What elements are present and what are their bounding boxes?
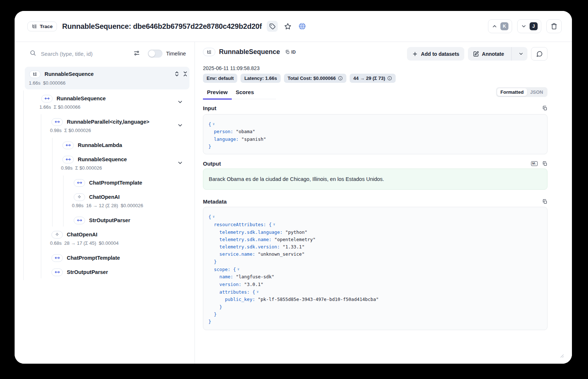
copy-icon[interactable] xyxy=(542,105,547,111)
copy-icon[interactable] xyxy=(542,199,547,204)
trace-type-badge: Trace xyxy=(27,22,57,31)
chevron-down-icon[interactable] xyxy=(177,122,183,129)
format-option-formatted[interactable]: Formatted xyxy=(497,88,527,96)
tab-scores[interactable]: Scores xyxy=(232,88,258,100)
tree-row-label: StrOutputParser xyxy=(89,217,130,223)
plus-icon xyxy=(412,51,418,57)
copy-id-button[interactable]: ID xyxy=(285,50,296,55)
move-horizontal-icon xyxy=(41,95,53,103)
move-horizontal-icon xyxy=(74,179,85,187)
json-ws xyxy=(208,222,214,227)
previous-trace-button[interactable]: K xyxy=(488,19,512,33)
fold-all-icon[interactable] xyxy=(182,71,188,77)
tree-row-label: RunnableSequence xyxy=(57,96,106,101)
add-to-datasets-button[interactable]: Add to datasets xyxy=(407,47,464,61)
detail-tabs: Preview Scores xyxy=(203,88,276,99)
delete-trace-button[interactable] xyxy=(546,19,562,33)
info-icon[interactable] xyxy=(338,76,343,81)
env-badge: Env: default xyxy=(203,74,237,83)
tab-preview[interactable]: Preview xyxy=(203,88,232,100)
tree-row[interactable]: RunnableSequence xyxy=(29,70,94,78)
metadata-section-label: Metadata xyxy=(203,198,227,205)
list-tree-icon xyxy=(29,70,41,78)
tree-row[interactable]: ChatPromptTemplate xyxy=(74,178,142,187)
json-colon: : xyxy=(264,222,269,227)
tree-row[interactable]: RunnableSequence xyxy=(41,94,106,103)
search-input[interactable] xyxy=(41,51,128,57)
input-json-viewer: {∨ person: "obama" language: "spanish"} xyxy=(203,114,547,154)
star-icon[interactable] xyxy=(283,22,292,31)
json-colon: : xyxy=(239,282,244,287)
observation-title: RunnableSequence xyxy=(219,48,280,56)
collapse-chevron-icon[interactable]: ∨ xyxy=(237,267,239,271)
collapse-chevron-icon[interactable]: ∨ xyxy=(213,214,215,218)
annotate-dropdown-button[interactable] xyxy=(515,47,527,61)
edit-icon xyxy=(473,51,479,57)
json-str: "langfuse-sdk" xyxy=(236,274,274,279)
json-ws xyxy=(208,304,219,310)
resize-handle[interactable] xyxy=(560,353,564,359)
json-str: "opentelemetry" xyxy=(274,237,316,242)
unfold-all-icon[interactable] xyxy=(174,71,180,77)
json-key: service.name xyxy=(219,251,252,257)
tree-row-stats: 1.66s Σ $0.000066 xyxy=(39,104,80,110)
collapse-chevron-icon[interactable]: ∨ xyxy=(213,122,215,126)
json-key: attributes xyxy=(219,289,247,295)
timeline-toggle[interactable] xyxy=(148,50,162,58)
collapse-chevron-icon[interactable]: ∨ xyxy=(257,290,259,294)
move-horizontal-icon xyxy=(62,142,74,149)
tree-row-selected[interactable]: RunnableSequence 1.66s $0.000066 xyxy=(25,67,189,89)
tree-row-label: ChatOpenAI xyxy=(89,194,120,200)
comments-button[interactable] xyxy=(531,47,547,61)
format-option-json[interactable]: JSON xyxy=(527,88,546,96)
trace-tree-panel: Timeline RunnableSequence 1.66s $0.00006… xyxy=(15,42,195,364)
json-str: "spanish" xyxy=(241,136,266,142)
chevron-down-icon[interactable] xyxy=(177,160,183,166)
json-str: "python" xyxy=(285,229,307,235)
collapse-chevron-icon[interactable]: ∨ xyxy=(273,222,275,226)
json-brace: } xyxy=(208,144,211,149)
next-trace-button[interactable]: J xyxy=(517,19,541,33)
json-ws xyxy=(208,282,219,287)
tree-row[interactable]: RunnableLambda xyxy=(62,141,122,150)
info-icon[interactable] xyxy=(387,76,392,81)
filter-settings-icon[interactable] xyxy=(134,50,140,58)
metadata-json-viewer: {∨ resourceAttributes: {∨ telemetry.sdk.… xyxy=(203,207,547,330)
tree-row[interactable]: ChatOpenAI xyxy=(51,230,97,239)
markdown-toggle-icon[interactable]: M↓ xyxy=(531,161,538,166)
json-key: scope xyxy=(214,267,228,272)
json-key: name xyxy=(219,274,230,279)
move-horizontal-icon xyxy=(74,217,85,224)
tree-row[interactable]: RunnableParallel<city,language> xyxy=(51,117,149,126)
json-ws xyxy=(208,237,219,242)
tree-row[interactable]: ChatOpenAI xyxy=(74,193,120,201)
json-key: person xyxy=(214,129,230,134)
chevron-down-icon[interactable] xyxy=(177,99,183,105)
tree-row[interactable]: StrOutputParser xyxy=(51,268,108,276)
total-cost-badge: Total Cost: $0.000066 xyxy=(284,74,346,83)
json-key: resourceAttributes xyxy=(214,222,263,227)
timeline-toggle-label: Timeline xyxy=(166,51,186,57)
id-label: ID xyxy=(291,50,296,55)
copy-icon[interactable] xyxy=(542,161,547,166)
app-window: Trace RunnableSequence: dbe646b2b67957d2… xyxy=(15,11,572,364)
json-colon: : xyxy=(252,297,258,302)
observation-timestamp: 2025-06-11 11:09:58.823 xyxy=(203,65,260,71)
move-horizontal-icon xyxy=(51,118,63,126)
copy-icon xyxy=(285,50,290,54)
json-colon: : xyxy=(277,244,283,250)
annotate-button[interactable]: Annotate xyxy=(468,47,508,61)
json-ws xyxy=(208,267,214,272)
json-colon: : xyxy=(230,274,236,279)
token-usage-badge: 44 → 29 (Σ 73) xyxy=(350,74,396,83)
json-str: "obama" xyxy=(236,129,255,134)
tree-row-label: ChatPromptTemplate xyxy=(89,180,142,186)
tag-icon[interactable] xyxy=(267,21,278,32)
json-key: telemetry.sdk.name xyxy=(219,237,269,242)
tree-row[interactable]: RunnableSequence xyxy=(62,155,127,164)
tree-row-label: RunnableParallel<city,language> xyxy=(67,119,149,125)
tree-row[interactable]: StrOutputParser xyxy=(74,216,130,225)
tree-row[interactable]: ChatPromptTemplate xyxy=(51,254,120,262)
json-ws xyxy=(208,244,219,250)
globe-icon[interactable] xyxy=(297,22,307,31)
